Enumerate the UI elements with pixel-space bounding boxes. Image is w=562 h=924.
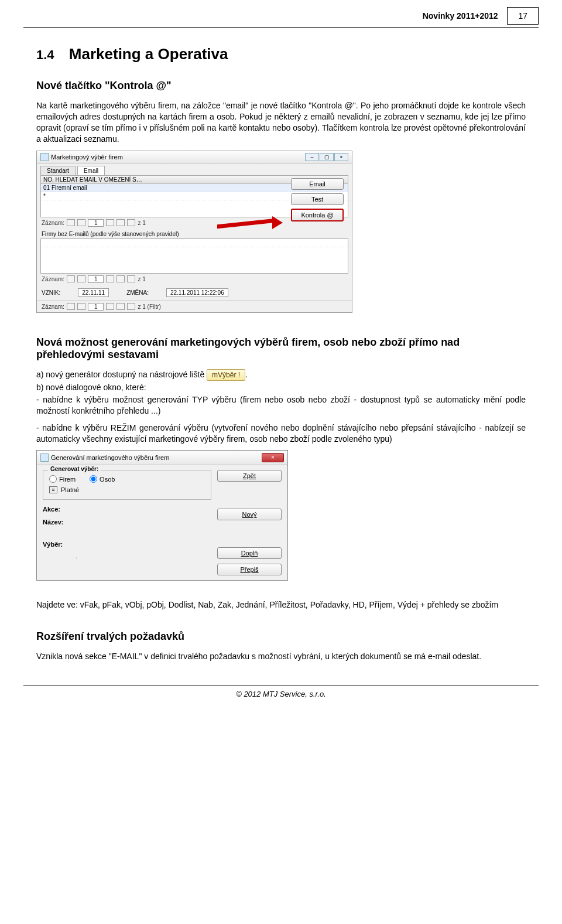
field-akce: Akce: [43,504,211,514]
header-divider [23,27,539,28]
minimize-icon[interactable]: – [305,153,319,161]
nav-last-icon-3[interactable] [116,303,125,310]
platne-row[interactable]: ≡ Platné [49,486,205,493]
zmena-label: ZMĚNA: [126,289,149,296]
tab-email[interactable]: Email [77,166,105,175]
subgrid-label: Firmy bez E-mailů (podle výše stanovenýc… [37,229,352,237]
groupbox-legend: Generovat výběr: [48,466,101,472]
vznik-value: 22.11.11 [78,288,109,297]
record-of-2: z 1 [138,276,145,282]
close-icon[interactable]: × [334,153,348,161]
radio-osob[interactable]: Osob [90,475,115,483]
window-icon [40,153,49,161]
field-vyber: Výběr: [43,540,211,549]
page-header: Novinky 2011+2012 17 [0,0,562,27]
nav-prev-icon-3[interactable] [77,303,85,310]
novy-button[interactable]: Nový [217,509,282,520]
vyber-label: Výběr: [43,541,76,548]
page-number: 17 [507,7,539,25]
nav-next-icon-2[interactable] [106,275,114,282]
nav-first-icon-2[interactable] [67,275,75,282]
tab-standart[interactable]: Standart [40,166,76,175]
record-position[interactable]: 1 [88,219,104,227]
record-label-3: Záznam: [42,304,64,310]
nav-next-icon-3[interactable] [106,303,114,310]
header-title: Novinky 2011+2012 [423,11,498,21]
record-nav-3: Záznam: 1 z 1 (Filtr) [37,301,352,312]
najdete-ve: Najdete ve: vFak, pFak, vObj, pObj, Dodl… [36,599,526,611]
footer-row: VZNIK: 22.11.11 ZMĚNA: 22.11.2011 12:22:… [37,285,352,301]
dialog-titlebar: Generování marketingového výběru firem × [37,451,287,465]
platne-icon: ≡ [49,486,57,493]
grid-row-empty2[interactable] [41,239,348,247]
zpet-button[interactable]: Zpět [217,470,282,482]
bullet-2: - nabídne k výběru REŽIM generování výbě… [36,422,526,445]
record-label: Záznam: [42,220,64,226]
line-b: b) nové dialogové okno, které: [36,382,526,393]
tabs: Standart Email [37,163,352,175]
akce-label: Akce: [43,506,76,513]
section-name: Marketing a Operativa [69,45,228,63]
kontrola-button[interactable]: Kontrola @ [291,209,344,221]
nav-next-icon[interactable] [106,219,114,226]
subsection3-title: Rozšíření trvalých požadavků [36,630,526,643]
field-nazev: Název: [43,517,211,527]
test-button[interactable]: Test [291,193,344,205]
platne-label: Platné [61,486,79,493]
nav-new-icon[interactable] [127,219,135,226]
groupbox-generate: Generovat výběr: Firem Osob ≡ Platné [43,470,211,500]
nav-last-icon[interactable] [116,219,125,226]
window-controls: – ▢ × [305,153,348,161]
nazev-value[interactable] [76,517,211,527]
dialog-title: Generování marketingového výběru firem [51,454,262,461]
record-position-2[interactable]: 1 [88,275,104,283]
dash: . [76,553,211,562]
section-title: 1.4 Marketing a Operativa [36,45,526,63]
email-button[interactable]: Email [291,178,344,190]
nav-last-icon-2[interactable] [116,275,125,282]
vznik-label: VZNIK: [42,289,60,296]
maximize-icon[interactable]: ▢ [320,153,334,161]
bullet-1: - nabídne k výběru možnost generování TY… [36,394,526,417]
line-a-post: . [245,370,248,379]
nazev-label: Název: [43,519,76,526]
side-buttons: Email Test Kontrola @ [291,178,344,221]
field-dash: . [43,553,211,562]
screenshot-generate-dialog: Generování marketingového výběru firem ×… [36,450,288,581]
radio-row: Firem Osob [49,475,205,483]
arrow-annotation [217,219,282,226]
nav-new-icon-2[interactable] [127,275,135,282]
line-a-pre: a) nový generátor dostupný na nástrojové… [36,370,207,379]
vyber-value[interactable] [76,540,211,549]
nav-first-icon-3[interactable] [67,303,75,310]
subsection1-title: Nové tlačítko "Kontrola @" [36,80,526,92]
radio-firem[interactable]: Firem [49,475,76,483]
page-footer: © 2012 MTJ Service, s.r.o. [23,686,539,698]
grid-bottom [40,238,348,274]
record-of: z 1 [138,220,145,226]
mvyber-button[interactable]: mVýběr ! [207,369,245,381]
nav-prev-icon[interactable] [77,219,85,226]
window-titlebar: Marketingový výběr firem – ▢ × [37,151,352,163]
akce-value[interactable] [76,504,211,514]
prepis-button[interactable]: Přepiš [217,564,282,575]
screenshot-marketing-window: Marketingový výběr firem – ▢ × Standart … [36,151,352,313]
record-label-2: Záznam: [42,276,64,282]
nav-prev-icon-2[interactable] [77,275,85,282]
record-of-3: z 1 (Filtr) [138,304,160,310]
subsection1-paragraph: Na kartě marketingového výběru firem, na… [36,100,526,145]
subsection2-title: Nová možnost generování marketingových v… [36,336,526,361]
line-a: a) nový generátor dostupný na nástrojové… [36,369,526,381]
section-number: 1.4 [36,47,54,62]
dialog-close-button[interactable]: × [262,453,284,462]
record-position-3[interactable]: 1 [88,303,104,311]
window-title: Marketingový výběr firem [51,154,303,161]
subsection3-paragraph: Vznikla nová sekce "E-MAIL" v definici t… [36,651,526,662]
nav-first-icon[interactable] [67,219,75,226]
nav-new-icon-3[interactable] [127,303,135,310]
zmena-value: 22.11.2011 12:22:06 [166,288,228,297]
dialog-icon [40,454,49,462]
dopln-button[interactable]: Doplň [217,547,282,559]
record-nav-2: Záznam: 1 z 1 [37,274,352,285]
